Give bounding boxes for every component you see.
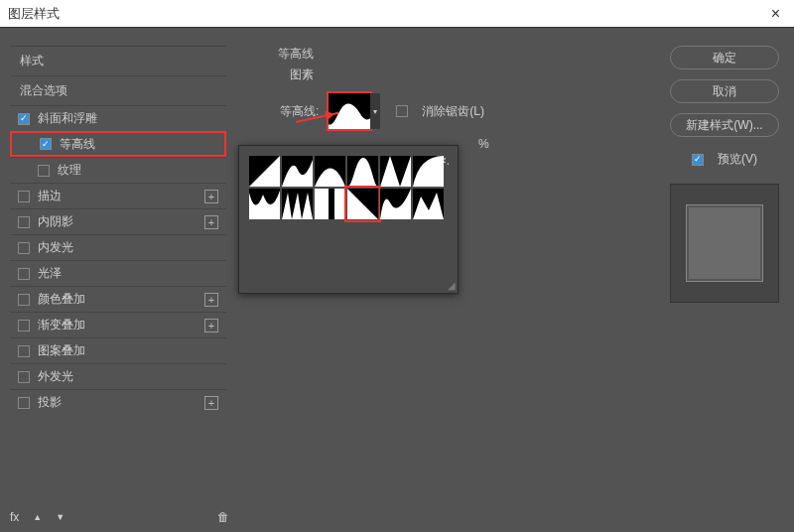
style-label: 投影 [38,394,62,411]
contour-preset-3[interactable] [347,156,378,187]
style-item-8[interactable]: 渐变叠加+ [10,312,226,337]
style-checkbox[interactable] [38,165,50,177]
add-effect-icon[interactable]: + [204,319,218,332]
contour-preset-0[interactable] [249,156,280,187]
dialog-title: 图层样式 [8,5,60,23]
dialog-body: 样式 混合选项 斜面和浮雕等高线纹理描边+内阴影+内发光光泽颜色叠加+渐变叠加+… [0,28,794,532]
style-item-0[interactable]: 斜面和浮雕 [10,105,226,131]
add-effect-icon[interactable]: + [204,396,218,410]
style-item-2[interactable]: 纹理 [10,157,226,183]
chevron-down-icon[interactable]: ▾ [370,93,380,129]
preset-grid [249,156,448,219]
style-label: 内阴影 [38,213,73,230]
style-checkbox[interactable] [18,268,30,280]
style-checkbox[interactable] [40,138,52,150]
preview-toggle[interactable]: 预览(V) [692,151,757,168]
contour-preset-11[interactable] [413,189,444,219]
preview-label: 预览(V) [718,151,757,168]
styles-header[interactable]: 样式 [10,46,226,75]
close-icon[interactable]: × [765,5,786,23]
style-item-10[interactable]: 外发光 [10,363,226,389]
contour-preset-popup: ✲. ◢ [238,145,459,294]
contour-settings: 等高线 图素 等高线: ▾ 消除锯齿(L) % [238,46,655,151]
style-checkbox[interactable] [18,191,30,202]
style-item-7[interactable]: 颜色叠加+ [10,286,226,312]
style-label: 渐变叠加 [38,317,85,333]
contour-preset-4[interactable] [380,156,411,187]
style-label: 斜面和浮雕 [38,110,97,127]
contour-preset-8[interactable] [315,189,345,219]
actions-panel: 确定 取消 新建样式(W)... 预览(V) [665,46,784,303]
contour-preset-1[interactable] [282,156,313,187]
preview-checkbox[interactable] [692,154,704,166]
fx-menu-icon[interactable]: fx [10,510,19,524]
style-item-5[interactable]: 内发光 [10,234,226,260]
cancel-button[interactable]: 取消 [670,79,779,103]
style-label: 颜色叠加 [38,291,85,308]
style-label: 内发光 [38,239,73,256]
style-label: 光泽 [38,265,62,282]
add-effect-icon[interactable]: + [204,293,218,307]
blend-options-header[interactable]: 混合选项 [10,75,226,105]
trash-icon[interactable]: 🗑 [217,510,229,524]
contour-preset-7[interactable] [282,189,313,219]
style-item-9[interactable]: 图案叠加 [10,337,226,363]
style-list: 斜面和浮雕等高线纹理描边+内阴影+内发光光泽颜色叠加+渐变叠加+图案叠加外发光投… [10,105,226,415]
style-item-3[interactable]: 描边+ [10,183,226,208]
style-checkbox[interactable] [18,113,30,125]
style-item-11[interactable]: 投影+ [10,389,226,415]
style-item-4[interactable]: 内阴影+ [10,208,226,234]
style-checkbox[interactable] [18,242,30,254]
panel-tools: fx ▲ ▼ 🗑 [10,510,229,524]
style-label: 图案叠加 [38,342,85,359]
range-percent: % [478,137,489,151]
style-checkbox[interactable] [18,397,30,409]
move-up-icon[interactable]: ▲ [33,512,42,522]
style-item-1[interactable]: 等高线 [10,131,226,157]
resize-grip[interactable]: ◢ [448,280,456,291]
style-label: 外发光 [38,368,73,385]
styles-panel: 样式 混合选项 斜面和浮雕等高线纹理描边+内阴影+内发光光泽颜色叠加+渐变叠加+… [10,46,226,522]
contour-preset-5[interactable] [413,156,444,187]
add-effect-icon[interactable]: + [204,190,218,203]
group-title: 等高线 [278,46,655,63]
style-item-6[interactable]: 光泽 [10,260,226,286]
contour-preset-10[interactable] [380,189,411,219]
preview-swatch [686,204,763,282]
style-checkbox[interactable] [18,294,30,306]
antialias-label: 消除锯齿(L) [422,103,484,120]
move-down-icon[interactable]: ▼ [56,512,65,522]
add-effect-icon[interactable]: + [204,215,218,229]
style-label: 等高线 [60,136,95,153]
style-checkbox[interactable] [18,345,30,357]
style-checkbox[interactable] [18,320,30,332]
style-checkbox[interactable] [18,216,30,228]
new-style-button[interactable]: 新建样式(W)... [670,113,779,137]
ok-button[interactable]: 确定 [670,46,779,69]
titlebar: 图层样式 × [0,0,794,28]
preview-box [670,184,779,303]
style-label: 纹理 [58,162,81,179]
group-subtitle: 图素 [290,66,655,83]
style-checkbox[interactable] [18,371,30,383]
antialias-checkbox[interactable] [396,105,408,117]
contour-preset-9[interactable] [347,189,378,219]
contour-preset-2[interactable] [315,156,345,187]
contour-preset-6[interactable] [249,189,280,219]
style-label: 描边 [38,188,62,204]
antialias-option[interactable]: 消除锯齿(L) [396,103,484,120]
